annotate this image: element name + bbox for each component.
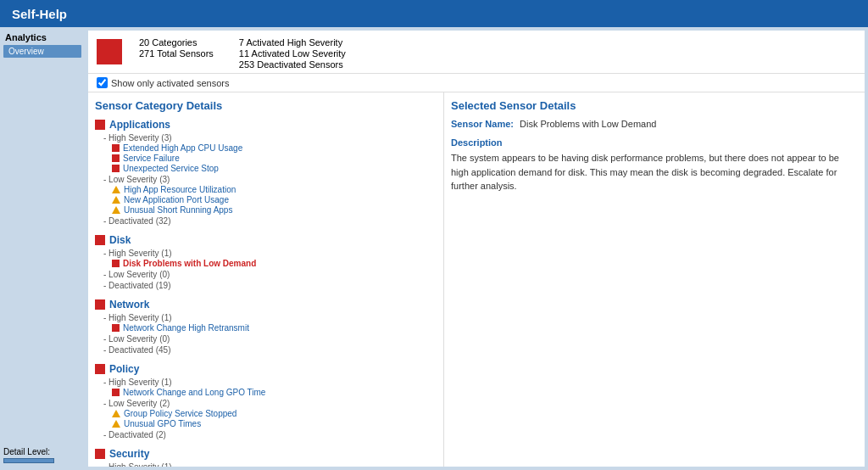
security-high-group: - High Severity (1) Unknown Device Detec… [103, 462, 437, 467]
list-item: Network Change and Long GPO Time [112, 388, 437, 397]
sensors-count: 271 Total Sensors [139, 48, 214, 59]
sensor-category-panel: Sensor Category Details Applications - H… [88, 92, 444, 467]
list-item: Network Change High Retransmit [112, 323, 437, 333]
policy-label: Policy [109, 363, 139, 375]
network-high-group: - High Severity (1) Network Change High … [103, 313, 437, 333]
sensor-item-label[interactable]: Unexpected Service Stop [123, 164, 219, 173]
high-severity-icon [112, 144, 120, 152]
show-activated-checkbox[interactable] [97, 77, 108, 88]
show-activated-label: Show only activated sensors [111, 78, 229, 88]
list-item: Service Failure [112, 154, 437, 163]
high-severity-icon [112, 260, 120, 267]
sensor-name-label: Sensor Name: [451, 119, 514, 129]
category-network: Network - High Severity (1) Network Chan… [95, 299, 437, 355]
policy-icon [95, 364, 105, 374]
summary-red-box [97, 39, 122, 64]
list-item: Unusual Short Running Apps [112, 205, 437, 215]
show-activated-row: Show only activated sensors [88, 74, 865, 92]
disk-high-group: - High Severity (1) Disk Problems with L… [103, 249, 437, 268]
security-icon [95, 449, 105, 459]
description-section: Description The system appears to be hav… [451, 137, 858, 193]
sensor-item-label[interactable]: Unusual Short Running Apps [124, 205, 232, 215]
network-label: Network [109, 299, 149, 311]
list-item: Unexpected Service Stop [112, 164, 437, 173]
network-deactivated: - Deactivated (45) [103, 345, 437, 355]
low-severity-count: 11 Activated Low Severity [239, 48, 346, 59]
category-disk: Disk - High Severity (1) Disk Problems w… [95, 234, 437, 290]
high-severity-icon [112, 165, 120, 172]
top-summary: 20 Categories 271 Total Sensors 7 Activa… [88, 31, 865, 74]
sensor-name-value: Disk Problems with Low Demand [520, 119, 656, 129]
sensor-category-title: Sensor Category Details [95, 99, 437, 112]
sensor-detail-panel: Selected Sensor Details Sensor Name: Dis… [444, 92, 865, 467]
detail-level-container: Detail Level: [3, 447, 81, 463]
network-icon [95, 299, 105, 310]
sensor-item-label[interactable]: Disk Problems with Low Demand [123, 259, 256, 268]
overview-button[interactable]: Overview [3, 45, 81, 58]
sidebar-section-label: Analytics [3, 32, 81, 42]
sensor-detail-title: Selected Sensor Details [451, 99, 858, 112]
high-severity-icon [112, 324, 120, 332]
list-item: Unusual GPO Times [112, 419, 437, 428]
list-item: Extended High App CPU Usage [112, 143, 437, 153]
policy-high-group: - High Severity (1) Network Change and L… [103, 378, 437, 397]
disk-low-group: - Low Severity (0) [103, 270, 437, 279]
category-applications: Applications - High Severity (3) Extende… [95, 119, 437, 226]
sensor-item-label[interactable]: Group Policy Service Stopped [124, 409, 236, 418]
category-security: Security - High Severity (1) Unknown Dev… [95, 448, 437, 467]
applications-deactivated: - Deactivated (32) [103, 216, 437, 226]
category-policy: Policy - High Severity (1) Network Chang… [95, 363, 437, 439]
sensor-item-label[interactable]: Network Change and Long GPO Time [123, 388, 265, 397]
app-title: Self-Help [12, 7, 67, 21]
sensor-item-label[interactable]: New Application Port Usage [124, 195, 229, 204]
high-severity-icon [112, 154, 120, 162]
list-item: Group Policy Service Stopped [112, 409, 437, 418]
sensor-item-label[interactable]: Network Change High Retransmit [123, 323, 249, 333]
policy-low-group: - Low Severity (2) Group Policy Service … [103, 399, 437, 428]
sensor-name-row: Sensor Name: Disk Problems with Low Dema… [451, 119, 858, 129]
sensor-item-label[interactable]: Extended High App CPU Usage [123, 143, 242, 153]
disk-label: Disk [109, 234, 131, 246]
applications-high-group: - High Severity (3) Extended High App CP… [103, 133, 437, 173]
low-severity-icon [112, 206, 120, 214]
applications-low-group: - Low Severity (3) High App Resource Uti… [103, 175, 437, 215]
low-severity-icon [112, 410, 120, 417]
sensor-item-label[interactable]: Service Failure [123, 154, 180, 163]
detail-level-bar[interactable] [3, 458, 54, 463]
applications-icon [95, 120, 105, 130]
sensor-item-label[interactable]: High App Resource Utilization [124, 185, 236, 194]
applications-label: Applications [109, 119, 170, 131]
detail-level-label: Detail Level: [3, 447, 81, 456]
low-severity-icon [112, 420, 120, 428]
app-header: Self-Help [0, 0, 868, 27]
security-label: Security [109, 448, 149, 460]
network-low-group: - Low Severity (0) [103, 334, 437, 344]
categories-count: 20 Categories [139, 37, 214, 48]
list-item: High App Resource Utilization [112, 185, 437, 194]
disk-deactivated: - Deactivated (19) [103, 281, 437, 290]
description-text: The system appears to be having disk per… [451, 151, 858, 193]
description-label: Description [451, 137, 858, 148]
deactivated-count: 253 Deactivated Sensors [239, 59, 346, 70]
list-item: Disk Problems with Low Demand [112, 259, 437, 268]
low-severity-icon [112, 196, 120, 204]
high-severity-icon [112, 389, 120, 396]
list-item: New Application Port Usage [112, 195, 437, 204]
disk-icon [95, 235, 105, 245]
high-severity-count: 7 Activated High Severity [239, 37, 346, 48]
low-severity-icon [112, 186, 120, 193]
policy-deactivated: - Deactivated (2) [103, 430, 437, 439]
sensor-item-label[interactable]: Unusual GPO Times [124, 419, 201, 428]
